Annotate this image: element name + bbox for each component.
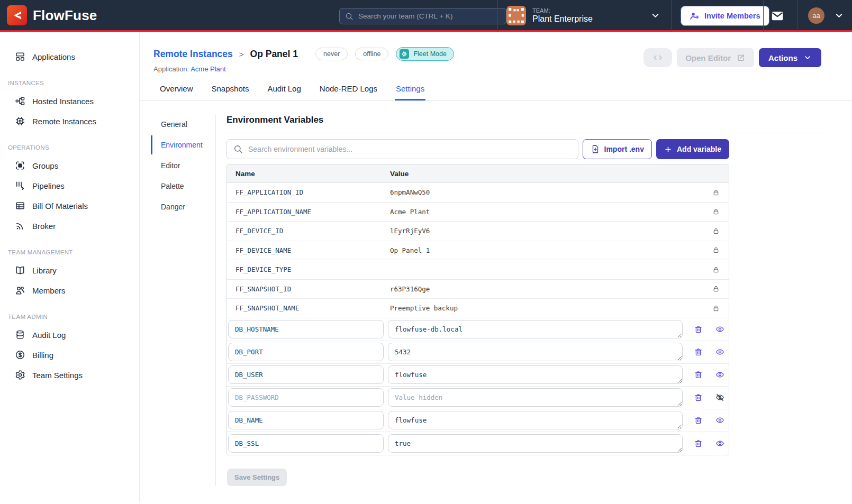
team-search-input[interactable] bbox=[358, 12, 501, 20]
settings-nav-danger[interactable]: Danger bbox=[151, 197, 215, 216]
tab-node-red-logs[interactable]: Node-RED Logs bbox=[319, 84, 378, 100]
team-name: Plant Enterprise bbox=[532, 14, 593, 24]
delete-variable-button[interactable] bbox=[693, 392, 703, 402]
actions-button[interactable]: Actions bbox=[759, 48, 821, 67]
code-icon bbox=[652, 52, 664, 63]
sidebar-item-billing[interactable]: Billing bbox=[0, 345, 139, 365]
env-var-value-input[interactable]: flowfuse-db.local bbox=[388, 320, 683, 338]
settings-nav-general[interactable]: General bbox=[151, 115, 215, 134]
open-editor-button[interactable]: Open Editor bbox=[677, 48, 754, 67]
sidebar-item-members[interactable]: Members bbox=[0, 280, 139, 300]
hosted-instances-icon bbox=[15, 96, 25, 106]
navbar-divider bbox=[797, 0, 797, 32]
delete-variable-button[interactable] bbox=[693, 324, 703, 334]
toggle-visibility-button[interactable] bbox=[715, 347, 725, 357]
env-var-name-input[interactable] bbox=[228, 411, 384, 429]
breadcrumb-remote-instances-link[interactable]: Remote Instances bbox=[153, 49, 233, 60]
flowfuse-logo[interactable]: FlowFuse bbox=[7, 5, 97, 25]
env-var-value-input[interactable] bbox=[388, 388, 683, 407]
delete-variable-button[interactable] bbox=[693, 438, 703, 448]
sidebar-item-groups[interactable]: Groups bbox=[0, 155, 139, 176]
environment-title: Environment Variables bbox=[226, 115, 822, 133]
developer-mode-button[interactable] bbox=[643, 48, 672, 67]
gear-icon bbox=[15, 370, 25, 380]
save-settings-button[interactable]: Save Settings bbox=[227, 469, 287, 486]
sidebar-section-team-admin: TEAM ADMIN bbox=[0, 300, 139, 325]
env-var-value-input[interactable]: 5432 bbox=[388, 343, 683, 361]
sidebar-item-library[interactable]: Library bbox=[0, 260, 139, 280]
sidebar-item-hosted-instances[interactable]: Hosted Instances bbox=[0, 91, 139, 111]
billing-icon bbox=[15, 350, 25, 360]
application-acme-plant-link[interactable]: Acme Plant bbox=[191, 65, 225, 73]
env-var-name: FF_APPLICATION_NAME bbox=[227, 208, 390, 216]
env-var-name-input[interactable] bbox=[228, 343, 384, 361]
application-label: Application: bbox=[153, 65, 189, 73]
sidebar-item-pipelines[interactable]: Pipelines bbox=[0, 176, 139, 196]
settings-nav-environment[interactable]: Environment bbox=[151, 135, 215, 154]
env-search-input[interactable] bbox=[248, 145, 572, 153]
env-var-value-input[interactable]: flowfuse bbox=[388, 411, 683, 429]
team-search[interactable] bbox=[339, 8, 506, 24]
brand-name: FlowFuse bbox=[33, 7, 97, 24]
trash-icon bbox=[694, 347, 703, 356]
tab-overview[interactable]: Overview bbox=[159, 84, 194, 100]
toggle-visibility-button[interactable] bbox=[715, 324, 725, 334]
toggle-visibility-button[interactable] bbox=[715, 438, 725, 448]
user-avatar[interactable]: aa bbox=[808, 7, 824, 24]
env-search[interactable] bbox=[226, 139, 578, 159]
tab-settings[interactable]: Settings bbox=[395, 84, 425, 100]
delete-variable-button[interactable] bbox=[693, 370, 703, 380]
library-icon bbox=[15, 265, 25, 276]
table-row-editable: 5432 bbox=[227, 341, 729, 364]
delete-variable-button[interactable] bbox=[693, 415, 703, 425]
settings-nav-editor[interactable]: Editor bbox=[151, 156, 215, 175]
toggle-visibility-button[interactable] bbox=[715, 370, 725, 380]
tab-snapshots[interactable]: Snapshots bbox=[211, 84, 250, 100]
sidebar-item-label: Bill Of Materials bbox=[32, 201, 88, 210]
sidebar-item-bill-of-materials[interactable]: Bill Of Materials bbox=[0, 196, 139, 216]
sidebar-item-audit-log[interactable]: Audit Log bbox=[0, 325, 139, 345]
team-selector[interactable]: TEAM: Plant Enterprise bbox=[506, 6, 593, 25]
env-var-name-input[interactable] bbox=[228, 320, 384, 338]
search-icon bbox=[233, 144, 243, 154]
import-env-button[interactable]: Import .env bbox=[583, 139, 652, 159]
env-var-name-input[interactable] bbox=[228, 388, 384, 407]
navbar-divider bbox=[671, 0, 672, 32]
trash-icon bbox=[694, 393, 703, 402]
trash-icon bbox=[694, 325, 703, 334]
delete-variable-button[interactable] bbox=[693, 347, 703, 357]
table-row: FF_DEVICE_ID lEyrRjEyV6 bbox=[227, 222, 729, 241]
notifications-mail-icon[interactable] bbox=[771, 9, 784, 23]
lock-icon bbox=[712, 305, 729, 312]
env-var-value-input[interactable]: flowfuse bbox=[388, 365, 683, 384]
avatar-initials: aa bbox=[812, 12, 820, 20]
env-var-name-input[interactable] bbox=[228, 365, 384, 384]
toggle-visibility-button[interactable] bbox=[715, 415, 725, 425]
sidebar-section-team-management: TEAM MANAGEMENT bbox=[0, 236, 139, 260]
env-variables-table: Name Value FF_APPLICATION_ID 6npmANwQ50 … bbox=[226, 164, 729, 455]
column-header-name: Name bbox=[227, 170, 390, 178]
toggle-visibility-button[interactable] bbox=[715, 392, 725, 402]
env-var-value-input[interactable]: true bbox=[388, 434, 683, 453]
sidebar-item-applications[interactable]: Applications bbox=[0, 47, 139, 67]
sidebar-item-label: Broker bbox=[32, 222, 56, 231]
invite-members-button[interactable]: Invite Members bbox=[681, 6, 769, 26]
navbar-divider bbox=[497, 0, 498, 32]
add-variable-button[interactable]: Add variable bbox=[656, 139, 729, 159]
settings-nav-palette[interactable]: Palette bbox=[151, 177, 215, 196]
sidebar-item-label: Members bbox=[32, 286, 66, 295]
broker-icon bbox=[15, 221, 25, 231]
tab-audit-log[interactable]: Audit Log bbox=[266, 84, 302, 100]
env-var-name-input[interactable] bbox=[228, 434, 384, 453]
team-avatar bbox=[506, 6, 526, 25]
lock-icon bbox=[712, 266, 729, 273]
sidebar-item-remote-instances[interactable]: Remote Instances bbox=[0, 111, 139, 131]
env-var-value: lEyrRjEyV6 bbox=[390, 227, 712, 235]
sidebar-item-broker[interactable]: Broker bbox=[0, 216, 139, 236]
user-menu-chevron-down-icon[interactable] bbox=[834, 11, 844, 21]
eye-off-icon bbox=[715, 393, 724, 402]
sidebar-item-team-settings[interactable]: Team Settings bbox=[0, 365, 139, 385]
team-chevron-down-icon[interactable] bbox=[650, 11, 660, 21]
user-plus-icon bbox=[690, 11, 700, 21]
eye-icon bbox=[715, 416, 724, 425]
